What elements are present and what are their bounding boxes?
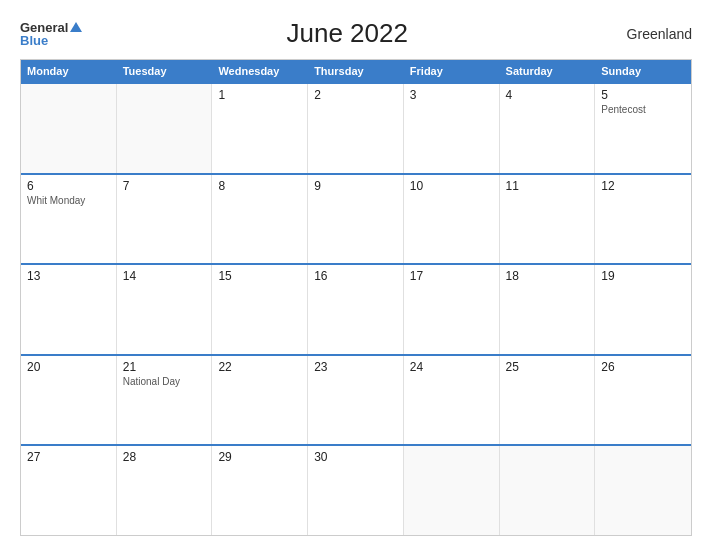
day-number: 22 bbox=[218, 360, 301, 374]
calendar-cell-w4-d2: 21National Day bbox=[117, 356, 213, 445]
header: General Blue June 2022 Greenland bbox=[20, 18, 692, 49]
day-event: Pentecost bbox=[601, 104, 685, 115]
calendar-cell-w1-d3: 1 bbox=[212, 84, 308, 173]
calendar-cell-w5-d7 bbox=[595, 446, 691, 535]
calendar-cell-w5-d2: 28 bbox=[117, 446, 213, 535]
day-number: 14 bbox=[123, 269, 206, 283]
calendar-cell-w2-d5: 10 bbox=[404, 175, 500, 264]
calendar-cell-w2-d2: 7 bbox=[117, 175, 213, 264]
calendar-cell-w2-d1: 6Whit Monday bbox=[21, 175, 117, 264]
day-number: 5 bbox=[601, 88, 685, 102]
day-number: 15 bbox=[218, 269, 301, 283]
logo-general-text: General bbox=[20, 21, 68, 34]
calendar-cell-w3-d6: 18 bbox=[500, 265, 596, 354]
day-number: 3 bbox=[410, 88, 493, 102]
calendar-cell-w2-d3: 8 bbox=[212, 175, 308, 264]
calendar-week-4: 2021National Day2223242526 bbox=[21, 354, 691, 445]
calendar-cell-w3-d3: 15 bbox=[212, 265, 308, 354]
day-number: 18 bbox=[506, 269, 589, 283]
day-number: 19 bbox=[601, 269, 685, 283]
day-number: 29 bbox=[218, 450, 301, 464]
calendar-cell-w1-d4: 2 bbox=[308, 84, 404, 173]
calendar-cell-w3-d1: 13 bbox=[21, 265, 117, 354]
logo-blue-text: Blue bbox=[20, 34, 48, 47]
logo: General Blue bbox=[20, 21, 82, 47]
calendar-cell-w4-d6: 25 bbox=[500, 356, 596, 445]
day-number: 1 bbox=[218, 88, 301, 102]
calendar-title: June 2022 bbox=[82, 18, 612, 49]
day-number: 30 bbox=[314, 450, 397, 464]
logo-triangle-icon bbox=[70, 22, 82, 32]
calendar-cell-w1-d6: 4 bbox=[500, 84, 596, 173]
day-number: 26 bbox=[601, 360, 685, 374]
calendar-cell-w1-d1 bbox=[21, 84, 117, 173]
calendar-cell-w3-d7: 19 bbox=[595, 265, 691, 354]
weekday-wednesday: Wednesday bbox=[212, 60, 308, 82]
day-number: 27 bbox=[27, 450, 110, 464]
calendar-cell-w1-d5: 3 bbox=[404, 84, 500, 173]
calendar-cell-w2-d6: 11 bbox=[500, 175, 596, 264]
day-number: 11 bbox=[506, 179, 589, 193]
day-event: National Day bbox=[123, 376, 206, 387]
calendar-cell-w5-d1: 27 bbox=[21, 446, 117, 535]
calendar-header: Monday Tuesday Wednesday Thursday Friday… bbox=[21, 60, 691, 82]
calendar-cell-w2-d4: 9 bbox=[308, 175, 404, 264]
day-number: 10 bbox=[410, 179, 493, 193]
calendar-cell-w5-d6 bbox=[500, 446, 596, 535]
day-number: 2 bbox=[314, 88, 397, 102]
calendar-page: General Blue June 2022 Greenland Monday … bbox=[0, 0, 712, 550]
weekday-saturday: Saturday bbox=[500, 60, 596, 82]
calendar-week-5: 27282930 bbox=[21, 444, 691, 535]
weekday-tuesday: Tuesday bbox=[117, 60, 213, 82]
day-number: 21 bbox=[123, 360, 206, 374]
day-number: 8 bbox=[218, 179, 301, 193]
day-number: 12 bbox=[601, 179, 685, 193]
calendar-cell-w5-d5 bbox=[404, 446, 500, 535]
day-number: 16 bbox=[314, 269, 397, 283]
day-number: 7 bbox=[123, 179, 206, 193]
calendar-cell-w1-d7: 5Pentecost bbox=[595, 84, 691, 173]
calendar-cell-w5-d4: 30 bbox=[308, 446, 404, 535]
weekday-thursday: Thursday bbox=[308, 60, 404, 82]
day-number: 9 bbox=[314, 179, 397, 193]
weekday-sunday: Sunday bbox=[595, 60, 691, 82]
calendar-cell-w4-d4: 23 bbox=[308, 356, 404, 445]
calendar-grid: Monday Tuesday Wednesday Thursday Friday… bbox=[20, 59, 692, 536]
day-number: 13 bbox=[27, 269, 110, 283]
calendar-cell-w3-d2: 14 bbox=[117, 265, 213, 354]
region-label: Greenland bbox=[612, 26, 692, 42]
calendar-week-1: 12345Pentecost bbox=[21, 82, 691, 173]
calendar-cell-w3-d4: 16 bbox=[308, 265, 404, 354]
weekday-friday: Friday bbox=[404, 60, 500, 82]
day-number: 24 bbox=[410, 360, 493, 374]
calendar-week-3: 13141516171819 bbox=[21, 263, 691, 354]
day-number: 20 bbox=[27, 360, 110, 374]
weekday-monday: Monday bbox=[21, 60, 117, 82]
calendar-cell-w5-d3: 29 bbox=[212, 446, 308, 535]
day-number: 28 bbox=[123, 450, 206, 464]
calendar-cell-w4-d3: 22 bbox=[212, 356, 308, 445]
day-number: 6 bbox=[27, 179, 110, 193]
calendar-week-2: 6Whit Monday789101112 bbox=[21, 173, 691, 264]
calendar-body: 12345Pentecost6Whit Monday78910111213141… bbox=[21, 82, 691, 535]
day-number: 17 bbox=[410, 269, 493, 283]
day-number: 4 bbox=[506, 88, 589, 102]
day-number: 23 bbox=[314, 360, 397, 374]
calendar-cell-w1-d2 bbox=[117, 84, 213, 173]
calendar-cell-w2-d7: 12 bbox=[595, 175, 691, 264]
calendar-cell-w4-d5: 24 bbox=[404, 356, 500, 445]
day-event: Whit Monday bbox=[27, 195, 110, 206]
calendar-cell-w3-d5: 17 bbox=[404, 265, 500, 354]
calendar-cell-w4-d7: 26 bbox=[595, 356, 691, 445]
day-number: 25 bbox=[506, 360, 589, 374]
calendar-cell-w4-d1: 20 bbox=[21, 356, 117, 445]
